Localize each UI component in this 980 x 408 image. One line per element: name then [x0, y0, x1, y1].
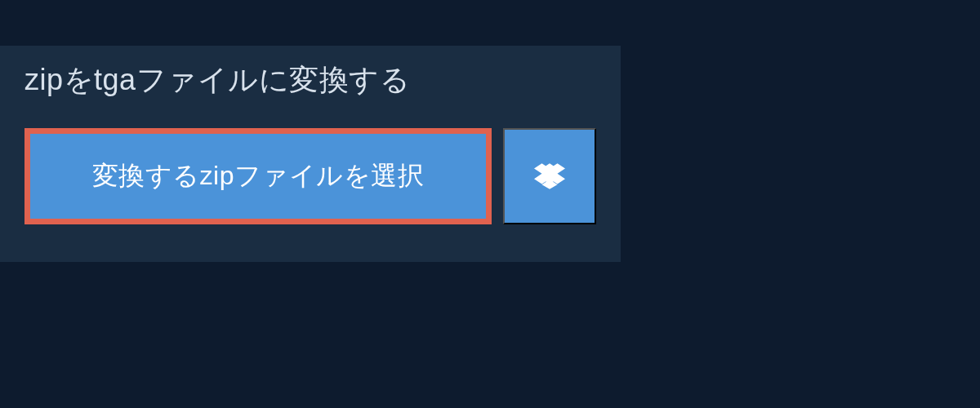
- select-file-label: 変換するzipファイルを選択: [92, 158, 425, 194]
- button-row: 変換するzipファイルを選択: [0, 128, 621, 262]
- select-file-button[interactable]: 変換するzipファイルを選択: [24, 128, 492, 224]
- converter-panel: zipをtgaファイルに変換する 変換するzipファイルを選択: [0, 46, 621, 262]
- title-container: zipをtgaファイルに変換する: [0, 46, 434, 118]
- dropbox-icon: [534, 161, 565, 192]
- page-title: zipをtgaファイルに変換する: [24, 60, 410, 100]
- dropbox-button[interactable]: [503, 128, 596, 224]
